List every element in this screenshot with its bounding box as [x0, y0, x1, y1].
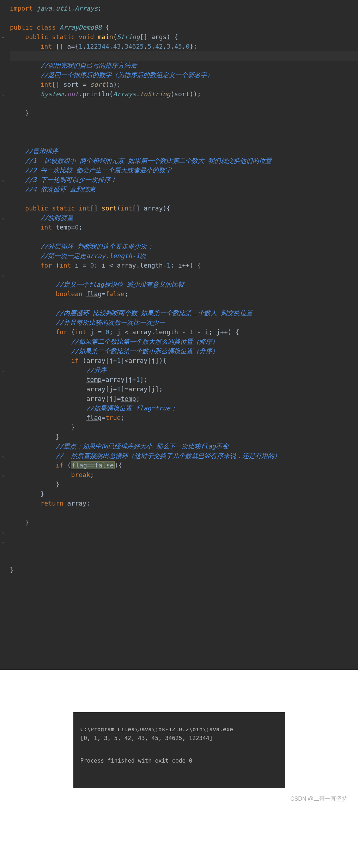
code-line	[10, 537, 358, 546]
code-line	[10, 51, 358, 61]
code-line: public static int[] sort(int[] array){	[10, 203, 358, 213]
code-line: if (array[j+1]<array[j]){	[10, 356, 358, 365]
code-line	[10, 232, 358, 242]
code-line	[10, 603, 358, 613]
code-line: // 然后直接跳出总循环（这对于交换了几个数就已经有序来说，还是有用的）	[10, 451, 358, 460]
code-line	[10, 556, 358, 565]
code-line: //如果第二个数比第一个数大那么调换位置（降序）	[10, 337, 358, 346]
code-line: for (int i = 0; i < array.length-1; i++)…	[10, 261, 358, 270]
code-line: //4 依次循环 直到结束	[10, 184, 358, 194]
gutter: ▸ ⌄ ⌄ ⌄ ⌄ ⌄ ⌄ ⌄ ⌄ ⌄	[0, 4, 7, 666]
code-line	[10, 527, 358, 537]
code-line: }	[10, 479, 358, 489]
code-line: }	[10, 108, 358, 118]
code-line: //2 每一次比较 都会产生一个最大或者最小的数字	[10, 165, 358, 175]
code-line	[10, 546, 358, 556]
code-line: boolean flag=false;	[10, 289, 358, 299]
code-line	[10, 622, 358, 632]
code-line: array[j+1]=array[j];	[10, 384, 358, 394]
code-line: //重点：如果中间已经排序好大小 那么下一次比较flag不变	[10, 441, 358, 451]
code-line: }	[10, 518, 358, 527]
console-line: Process finished with exit code 0	[80, 757, 193, 764]
code-line: //第一次一定走array.length-1次	[10, 251, 358, 261]
code-line: }	[10, 432, 358, 441]
code-line: //内层循环 比较判断两个数 如果第一个数比第二个数大 则交换位置	[10, 308, 358, 318]
code-line: array[j]=temp;	[10, 394, 358, 403]
code-line: //并且每次比较的次数一次比一次少一	[10, 318, 358, 327]
code-line: //升序	[10, 365, 358, 375]
code-line: //外层循环 判断我们这个要走多少次；	[10, 242, 358, 251]
code-line	[10, 99, 358, 108]
code-line: //1 比较数组中 两个相邻的元素 如果第一个数比第二个数大 我们就交换他们的位…	[10, 156, 358, 165]
console-line: [0, 1, 3, 5, 42, 43, 45, 34625, 122344]	[80, 735, 213, 741]
code-line: }	[10, 489, 358, 499]
code-line	[10, 584, 358, 594]
code-line: //临时变量	[10, 213, 358, 222]
code-line: int [] a={1,122344,43,34625,5,42,3,45,0}…	[10, 42, 358, 51]
code-line: //冒泡排序	[10, 146, 358, 156]
code-line: public static void main(String[] args) {	[10, 32, 358, 42]
code-line	[10, 137, 358, 146]
code-line: }	[10, 565, 358, 575]
code-line: }	[10, 422, 358, 432]
code-line: System.out.println(Arrays.toString(sort)…	[10, 89, 358, 99]
code-line: if (flag==false){	[10, 460, 358, 470]
code-line: for (int j = 0; j < array.length - 1 - i…	[10, 327, 358, 337]
code-line	[10, 632, 358, 641]
code-editor[interactable]: ▸ ⌄ ⌄ ⌄ ⌄ ⌄ ⌄ ⌄ ⌄ ⌄ import java.util.Arr…	[0, 0, 358, 670]
code-line	[10, 270, 358, 280]
console-output: C:\Program Files\Java\jdk-12.0.2\bin\jav…	[73, 712, 285, 788]
code-line: //3 下一轮则可以少一次排序！	[10, 175, 358, 184]
code-line: public class ArrayDemo08 {	[10, 23, 358, 32]
code-line	[10, 299, 358, 308]
code-line: //调用完我们自己写的排序方法后	[10, 61, 358, 70]
code-line	[10, 127, 358, 137]
code-line: int temp=0;	[10, 222, 358, 232]
code-line	[10, 13, 358, 23]
code-line	[10, 594, 358, 603]
code-area[interactable]: import java.util.Arrays; public class Ar…	[7, 4, 358, 666]
code-line: return array;	[10, 499, 358, 508]
code-line	[10, 613, 358, 622]
code-line: //定义一个flag标识位 减少没有意义的比较	[10, 280, 358, 289]
code-line: int[] sort = sort(a);	[10, 80, 358, 89]
code-line	[10, 194, 358, 203]
code-line: //如果第二个数比第一个数小那么调换位置（升序）	[10, 346, 358, 356]
code-line	[10, 575, 358, 584]
code-line: //返回一个排序后的数字（为排序后的数组定义一个新名字）	[10, 70, 358, 80]
code-line: //如果调换位置 flag=true；	[10, 403, 358, 413]
code-line: temp=array[j+1];	[10, 375, 358, 384]
watermark: CSDN @二哥一直坚持	[0, 788, 358, 810]
code-line: import java.util.Arrays;	[10, 4, 358, 13]
code-line	[10, 508, 358, 518]
code-line: break;	[10, 470, 358, 479]
code-line: flag=true;	[10, 413, 358, 422]
code-line	[10, 118, 358, 127]
